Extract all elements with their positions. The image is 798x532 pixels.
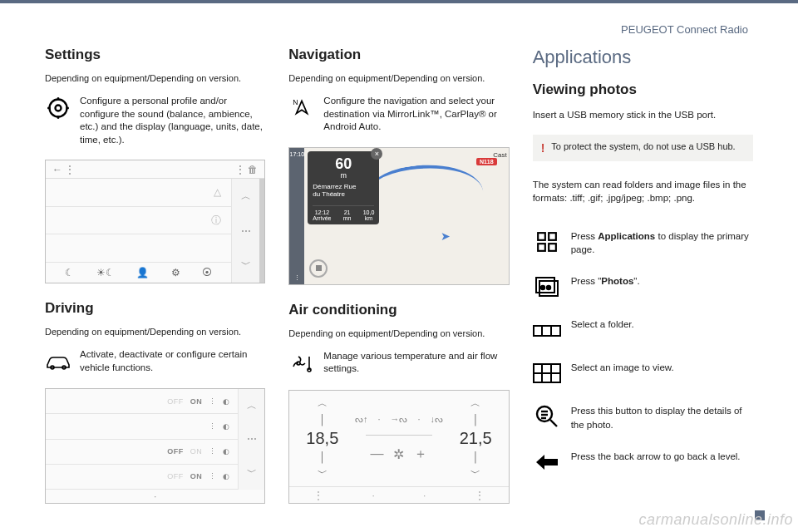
page-content: Settings Depending on equipment/Dependin… xyxy=(45,47,753,512)
gear-small-icon[interactable]: ⚙ xyxy=(171,267,180,278)
more-icon[interactable]: ⋮ 🗑 xyxy=(235,164,258,175)
warning-text: To protect the system, do not use a USB … xyxy=(551,141,735,151)
nav-desc-row: N Configure the navigation and select yo… xyxy=(288,95,509,134)
down-icon[interactable]: ﹀ xyxy=(241,258,251,272)
nav-screenshot: 17:10 ⋮ N118 Cast ➤ × 60 m Démarrez Rue … xyxy=(288,147,509,285)
column-right: Applications Viewing photos Insert a USB… xyxy=(533,47,753,512)
ac-desc-text: Manage various temperature and air flow … xyxy=(323,350,509,376)
back-icon[interactable]: ← ⋮ xyxy=(52,164,75,175)
column-middle: Navigation Depending on equipment/Depend… xyxy=(288,47,509,512)
nav-unit: m xyxy=(313,171,374,180)
svg-rect-12 xyxy=(538,233,545,240)
settings-desc-row: Configure a personal profile and/or conf… xyxy=(45,95,265,146)
list-row[interactable]: △ xyxy=(46,179,231,207)
svg-text:N: N xyxy=(293,98,298,106)
side-dots: ⋮ xyxy=(294,274,300,281)
map-area[interactable]: N118 Cast ➤ × 60 m Démarrez Rue du Théat… xyxy=(304,148,508,284)
toggle-row[interactable]: OFF ON ⋮◐ xyxy=(46,440,238,465)
driving-subtext: Depending on equipment/Depending on vers… xyxy=(45,327,265,337)
magnify-icon xyxy=(533,404,561,429)
grid-icon xyxy=(533,229,561,254)
top-accent-bar xyxy=(0,0,798,3)
warning-box: ! To protect the system, do not use a US… xyxy=(533,135,753,161)
ac-fan-row[interactable]: —✲＋ xyxy=(370,446,427,463)
column-left: Settings Depending on equipment/Dependin… xyxy=(45,47,265,512)
step-image: Select an image to view. xyxy=(533,361,753,386)
settings-desc-text: Configure a personal profile and/or conf… xyxy=(80,95,265,146)
route-line xyxy=(363,156,486,230)
settings-tabs[interactable]: ☾ ☀☾ 👤 ⚙ ⦿ xyxy=(46,263,231,283)
toggle-row[interactable]: OFF ON ⋮◐ xyxy=(46,389,238,414)
applications-heading: Applications xyxy=(533,47,753,68)
stop-button[interactable] xyxy=(309,259,328,278)
list-row[interactable]: ⓘ xyxy=(46,207,231,235)
folder-strip-icon xyxy=(533,318,561,342)
fan-small-icon: ✲ xyxy=(393,446,404,462)
toggle-row[interactable]: ⋮◐ xyxy=(46,414,238,439)
up-icon[interactable]: ︿ xyxy=(241,190,251,204)
nav-panel: × 60 m Démarrez Rue du Théatre 12:12Arri… xyxy=(308,151,379,224)
toggle-row[interactable]: OFF ON ⋮◐ xyxy=(46,465,238,490)
back-arrow-icon xyxy=(533,450,561,475)
svg-point-0 xyxy=(56,106,62,111)
step-details: Press this button to display the details… xyxy=(533,404,753,431)
nav-distance: 60 xyxy=(313,156,374,171)
svg-rect-14 xyxy=(538,244,545,251)
ac-heading: Air conditioning xyxy=(288,302,509,318)
ac-left-temp[interactable]: ︿│ 18,5 │﹀ xyxy=(306,397,338,480)
ac-right-temp[interactable]: ︿│ 21,5 │﹀ xyxy=(460,397,492,480)
scrollbar[interactable] xyxy=(259,179,264,283)
dots-icon[interactable]: ⋯ xyxy=(241,225,251,237)
watermark: carmanualsonline.info xyxy=(638,511,793,529)
svg-point-18 xyxy=(540,286,544,289)
gear-icon xyxy=(45,95,71,121)
close-icon[interactable]: × xyxy=(371,148,382,160)
svg-line-28 xyxy=(550,420,557,426)
location-icon[interactable]: ⦿ xyxy=(202,267,212,278)
svg-point-19 xyxy=(546,286,549,289)
svg-rect-13 xyxy=(549,233,556,240)
ac-subtext: Depending on equipment/Depending on vers… xyxy=(288,328,509,338)
brightness-icon[interactable]: ☀☾ xyxy=(96,267,115,278)
step-photos: Press "Photos". xyxy=(533,274,753,299)
step-folder: Select a folder. xyxy=(533,318,753,342)
up-icon[interactable]: ︿ xyxy=(247,399,257,413)
fan-icon xyxy=(288,350,315,377)
warning-icon: ! xyxy=(541,141,545,155)
formats-text: The system can read folders and image fi… xyxy=(533,178,753,204)
settings-subtext: Depending on equipment/Depending on vers… xyxy=(45,73,265,83)
step-applications: Press Applications to display the primar… xyxy=(533,229,753,256)
driving-heading: Driving xyxy=(45,300,265,317)
nav-eta: 12:12Arrivée 21mn 10,0km xyxy=(313,205,374,221)
nav-desc-text: Configure the navigation and select your… xyxy=(323,95,509,134)
driving-screenshot: OFF ON ⋮◐ ⋮◐ OFF ON ⋮◐ OFF ON ⋮◐ xyxy=(45,388,265,504)
ac-screenshot: ︿│ 18,5 │﹀ ᔓ↑·→ᔓ·↓ᔓ —✲＋ ︿│ 21,5 │﹀ xyxy=(288,390,509,504)
driving-desc-row: Activate, deactivate or configure certai… xyxy=(45,348,265,375)
viewing-photos-heading: Viewing photos xyxy=(533,81,753,98)
settings-heading: Settings xyxy=(45,47,265,63)
grid-3x2-icon xyxy=(533,361,561,386)
svg-rect-15 xyxy=(549,244,556,251)
svg-point-1 xyxy=(50,100,67,117)
svg-rect-20 xyxy=(534,326,560,336)
driving-desc-text: Activate, deactivate or configure certai… xyxy=(80,348,265,374)
side-time: 17:10 xyxy=(290,151,305,157)
ac-desc-row: Manage various temperature and air flow … xyxy=(288,350,509,377)
apps-intro: Insert a USB memory stick in the USB por… xyxy=(533,108,753,121)
down-icon[interactable]: ﹀ xyxy=(247,466,257,480)
nav-street: Démarrez Rue du Théatre xyxy=(313,183,374,199)
list-row[interactable] xyxy=(46,234,231,263)
location-marker-icon: ➤ xyxy=(441,229,451,243)
moon-icon[interactable]: ☾ xyxy=(65,267,74,278)
navigation-heading: Navigation xyxy=(288,47,509,63)
map-label: Cast xyxy=(493,151,506,159)
ac-seat-icons[interactable]: ᔓ↑·→ᔓ·↓ᔓ xyxy=(355,414,443,425)
road-badge: N118 xyxy=(476,158,497,165)
settings-screenshot: ← ⋮ ⋮ 🗑 △ ⓘ ☾ ☀☾ 👤 ⚙ ⦿ ︿ xyxy=(45,160,265,283)
profile-icon[interactable]: 👤 xyxy=(136,267,149,278)
navigation-subtext: Depending on equipment/Depending on vers… xyxy=(288,73,509,83)
header-section-label: PEUGEOT Connect Radio xyxy=(621,23,748,36)
compass-icon: N xyxy=(288,95,315,121)
dots-icon[interactable]: ⋯ xyxy=(247,433,257,445)
step-back: Press the back arrow to go back a level. xyxy=(533,450,753,475)
